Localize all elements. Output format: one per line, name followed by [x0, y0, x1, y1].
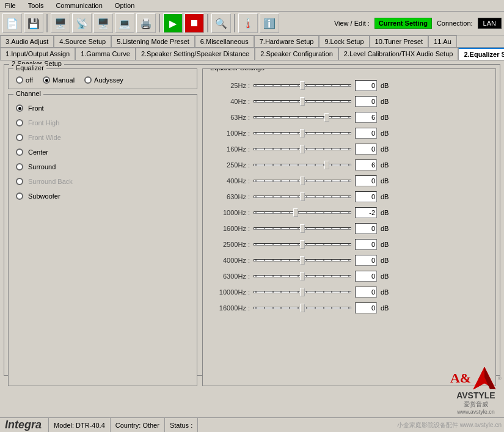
toolbar-btn5[interactable]: 🖥️	[93, 13, 113, 33]
eq-audyssey-option[interactable]: Audyssey	[84, 76, 123, 84]
toolbar-play-btn[interactable]: ▶	[163, 13, 183, 33]
channel-center[interactable]: Center	[16, 148, 189, 156]
toolbar-save-btn[interactable]: 💾	[24, 13, 43, 33]
tab-speaker-setting[interactable]: 2.Speaker Setting/Speaker Distance	[136, 48, 255, 60]
slider-thumb-13[interactable]	[300, 288, 305, 296]
channel-center-radio[interactable]	[16, 148, 23, 156]
slider-dot	[255, 244, 257, 245]
eq-slider-1[interactable]	[254, 96, 351, 107]
tab-equalizer-settings[interactable]: 2.Equalizer Se	[458, 48, 504, 60]
eq-slider-2[interactable]	[254, 112, 351, 123]
tab-au[interactable]: 11.Au	[428, 35, 457, 47]
toolbar-thermo-btn[interactable]: 🌡️	[238, 13, 258, 33]
tab-audio-adjust[interactable]: 3.Audio Adjust	[0, 35, 54, 47]
channel-front[interactable]: Front	[16, 104, 189, 112]
tab-input-output-assign[interactable]: 1.Input/Output Assign	[0, 48, 75, 60]
slider-thumb-4[interactable]	[300, 145, 305, 153]
channel-front-high-label: Front High	[28, 119, 59, 126]
eq-value-input-10[interactable]	[355, 239, 377, 250]
eq-slider-9[interactable]	[254, 223, 351, 234]
toolbar-stop-btn[interactable]: ⏹	[184, 13, 204, 33]
slider-dot	[298, 244, 299, 245]
menu-option[interactable]: Option	[112, 1, 137, 10]
tab-gamma-curve[interactable]: 1.Gamma Curve	[75, 48, 136, 60]
menu-file[interactable]: File	[2, 1, 18, 10]
eq-value-input-3[interactable]	[355, 128, 377, 139]
toolbar-new-btn[interactable]: 📄	[2, 13, 22, 33]
channel-subwoofer[interactable]: Subwoofer	[16, 192, 189, 200]
tab-tuner-preset[interactable]: 10.Tuner Preset	[370, 35, 428, 47]
slider-thumb-14[interactable]	[300, 304, 305, 312]
menu-communication[interactable]: Communication	[53, 1, 104, 10]
slider-thumb-7[interactable]	[300, 192, 305, 201]
toolbar-btn7[interactable]: 🖨️	[136, 13, 156, 33]
eq-value-input-14[interactable]	[355, 302, 377, 313]
channel-subwoofer-radio[interactable]	[16, 192, 23, 200]
slider-dot	[272, 164, 274, 166]
slider-dot	[323, 228, 324, 229]
tab-hardware-setup[interactable]: 7.Hardware Setup	[254, 35, 320, 47]
slider-dot	[272, 180, 274, 181]
slider-thumb-12[interactable]	[300, 272, 305, 280]
eq-value-input-11[interactable]	[355, 255, 377, 266]
channel-surround-radio[interactable]	[16, 163, 23, 170]
toolbar-search-btn[interactable]: 🔍	[211, 13, 231, 33]
eq-value-input-1[interactable]	[355, 96, 377, 107]
slider-thumb-10[interactable]	[300, 240, 305, 249]
tab-listening-mode[interactable]: 5.Listening Mode Preset	[111, 35, 195, 47]
tab-speaker-configuration[interactable]: 2.Speaker Configuration	[255, 48, 338, 60]
eq-off-option[interactable]: off	[16, 76, 33, 84]
eq-manual-radio[interactable]	[43, 76, 50, 84]
menu-tools[interactable]: Tools	[26, 1, 46, 10]
slider-thumb-9[interactable]	[300, 224, 305, 233]
eq-slider-5[interactable]	[254, 159, 351, 170]
slider-thumb-11[interactable]	[300, 256, 305, 265]
toolbar-btn4[interactable]: 📡	[72, 13, 92, 33]
tab-lock-setup[interactable]: 9.Lock Setup	[319, 35, 369, 47]
toolbar-btn3[interactable]: 🖥️	[51, 13, 70, 33]
eq-slider-8[interactable]	[254, 207, 351, 218]
eq-slider-11[interactable]	[254, 255, 351, 266]
eq-slider-4[interactable]	[254, 144, 351, 155]
eq-slider-13[interactable]	[254, 287, 351, 298]
freq-label-13: 10000Hz :	[210, 288, 250, 296]
slider-thumb-1[interactable]	[300, 97, 305, 106]
tab-level-calibration[interactable]: 2.Level Calibration/THX Audio Setup	[338, 48, 459, 60]
eq-value-input-0[interactable]	[355, 80, 377, 91]
freq-label-3: 100Hz :	[210, 130, 250, 137]
eq-slider-10[interactable]	[254, 239, 351, 250]
slider-thumb-0[interactable]	[300, 81, 305, 90]
slider-thumb-8[interactable]	[293, 208, 298, 217]
eq-value-input-12[interactable]	[355, 271, 377, 282]
slider-thumb-2[interactable]	[324, 113, 329, 122]
tab-source-setup[interactable]: 4.Source Setup	[54, 35, 111, 47]
current-setting-btn[interactable]: Current Setting	[374, 18, 432, 29]
eq-value-input-7[interactable]	[355, 191, 377, 202]
eq-audyssey-radio[interactable]	[84, 76, 92, 84]
slider-thumb-6[interactable]	[300, 177, 305, 185]
channel-surround[interactable]: Surround	[16, 163, 189, 170]
eq-value-input-8[interactable]	[355, 207, 377, 218]
tab-miscellaneous[interactable]: 6.Miscellaneous	[195, 35, 254, 47]
eq-slider-12[interactable]	[254, 271, 351, 282]
channel-front-high: Front High	[16, 119, 189, 126]
lan-btn[interactable]: LAN	[478, 18, 502, 29]
eq-value-input-4[interactable]	[355, 144, 377, 155]
eq-off-radio[interactable]	[16, 76, 23, 84]
eq-value-input-2[interactable]	[355, 112, 377, 123]
eq-slider-7[interactable]	[254, 191, 351, 202]
eq-slider-6[interactable]	[254, 175, 351, 186]
slider-thumb-3[interactable]	[300, 129, 305, 137]
eq-value-input-5[interactable]	[355, 159, 377, 170]
channel-front-radio[interactable]	[16, 104, 23, 112]
slider-thumb-5[interactable]	[324, 161, 329, 169]
toolbar-btn6[interactable]: 💻	[115, 13, 134, 33]
eq-slider-0[interactable]	[254, 80, 351, 91]
eq-manual-option[interactable]: Manual	[43, 76, 75, 84]
eq-slider-3[interactable]	[254, 128, 351, 139]
eq-slider-14[interactable]	[254, 302, 351, 313]
eq-value-input-9[interactable]	[355, 223, 377, 234]
eq-value-input-6[interactable]	[355, 175, 377, 186]
toolbar-info-btn[interactable]: ℹ️	[260, 13, 279, 33]
eq-value-input-13[interactable]	[355, 287, 377, 298]
